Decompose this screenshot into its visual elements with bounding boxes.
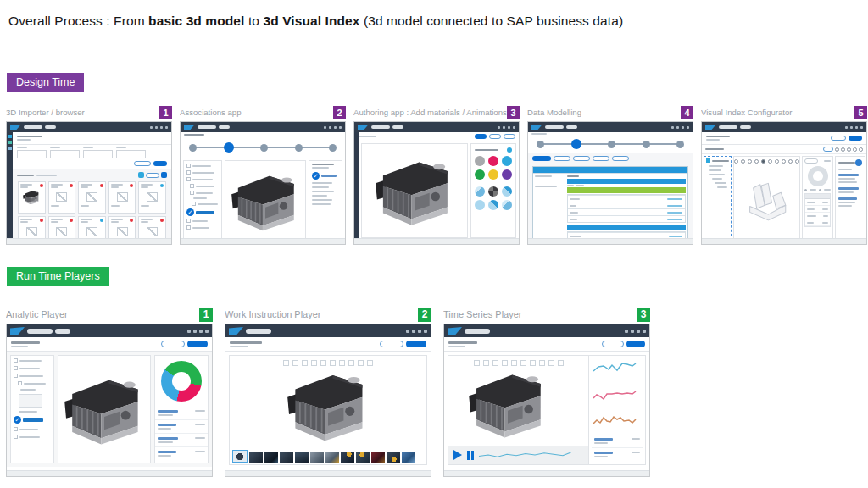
selected-tree-item: ✓ [186, 208, 219, 216]
viewport-tool-icon [782, 159, 786, 164]
step-thumbnail [371, 452, 385, 463]
status-bar [7, 470, 212, 476]
engine-3d-model [370, 152, 459, 229]
filters-button [134, 161, 151, 166]
image-placeholder-icon [117, 192, 128, 202]
search-icon [187, 330, 191, 333]
check-icon: ✓ [186, 208, 194, 216]
status-dot [130, 219, 133, 222]
viewport-tool-icon [748, 159, 752, 164]
object-header [444, 337, 649, 352]
status-dot [70, 219, 73, 222]
sap-logo-icon [531, 125, 542, 130]
grid-icon [165, 126, 168, 129]
engine-3d-model [274, 366, 382, 444]
texture-swatch [475, 200, 485, 210]
association-list-panel: ✓ [309, 160, 342, 241]
sap-logo-icon [358, 125, 369, 130]
grid-icon [205, 330, 209, 333]
mini-table [804, 193, 831, 227]
step-dot [329, 144, 337, 152]
engine-thumbnail [21, 189, 42, 205]
grid-toolbar [15, 171, 169, 179]
step-thumbnail [387, 452, 400, 463]
grid-icon [424, 330, 427, 333]
texture-swatch-mesh [488, 186, 498, 197]
sap-logo-icon [10, 125, 21, 130]
status-bar [225, 470, 431, 476]
scene-tree-panel [704, 156, 732, 241]
bell-icon [631, 330, 634, 333]
texture-swatch [502, 186, 512, 197]
view-icon [138, 172, 144, 178]
filter-inputs [13, 145, 171, 160]
viewport-tool-icon [754, 159, 759, 164]
step-thumbnail [249, 452, 263, 463]
viewport-tool-icon [734, 159, 738, 164]
grid-icon [643, 330, 646, 333]
thumbnail-placeholder [19, 394, 42, 408]
nested-table-header [567, 179, 686, 184]
image-placeholder-icon [56, 227, 67, 236]
viewer-3d-panel [225, 160, 306, 241]
viewport-tool-icon [768, 159, 772, 164]
model-card [48, 181, 76, 214]
analytics-panel [154, 355, 209, 463]
search-icon [625, 330, 628, 333]
search-icon [498, 126, 500, 129]
viewport-tool-icon [775, 159, 779, 164]
screenshot-associations-app: ✓ ✓ [180, 121, 346, 245]
step-number: 4 [681, 106, 693, 119]
sparkline-blue [592, 358, 637, 380]
tab [554, 156, 570, 161]
primary-button [626, 341, 645, 347]
texture-swatch [502, 200, 512, 210]
sensor-panel [588, 356, 645, 464]
shell-bar [181, 122, 345, 132]
image-placeholder-icon [147, 192, 158, 202]
user-icon [199, 330, 203, 333]
grid-icon [339, 126, 342, 129]
status-dot [70, 184, 73, 187]
breadcrumb [184, 134, 204, 136]
step-number: 1 [159, 106, 172, 119]
secondary-button [831, 136, 846, 141]
search-icon [406, 330, 409, 333]
sap-logo-icon [10, 327, 25, 335]
step-squares [448, 356, 588, 366]
go-button [153, 161, 167, 166]
step-thumbnail [326, 452, 339, 463]
swatch-yellow [488, 169, 498, 180]
player-panel [448, 355, 646, 465]
step-dot [608, 141, 615, 148]
user-icon [682, 126, 684, 129]
texture-swatches [475, 186, 512, 210]
status-dot [100, 219, 103, 222]
data-model-table [532, 166, 688, 245]
toolbar-icon [835, 147, 839, 152]
user-icon [508, 126, 510, 129]
caption-3d-importer: 3D Importer / browser1 [6, 105, 172, 119]
timeline-sparkline [479, 449, 572, 461]
side-rail [354, 132, 359, 244]
player-panel [229, 355, 427, 465]
step-dot [189, 144, 197, 152]
bell-icon [850, 126, 853, 129]
step-thumbnail [264, 452, 278, 463]
sap-logo-icon [229, 327, 243, 335]
search-icon [845, 126, 848, 129]
step-thumbnail [341, 452, 354, 463]
engine-3d-model [58, 370, 150, 448]
screenshot-3d-importer [6, 121, 172, 245]
search-icon [150, 126, 153, 129]
filter-input [116, 150, 146, 158]
check-icon: ✓ [14, 416, 21, 424]
step-number: 2 [333, 106, 346, 119]
status-dot [100, 184, 103, 187]
toolbar-icon [853, 147, 857, 152]
sparkline-pink [592, 384, 637, 406]
image-placeholder-icon [147, 227, 158, 236]
model-card [108, 181, 136, 214]
seat-sketch-3d [738, 170, 796, 223]
screenshot-authoring-app [353, 121, 520, 245]
